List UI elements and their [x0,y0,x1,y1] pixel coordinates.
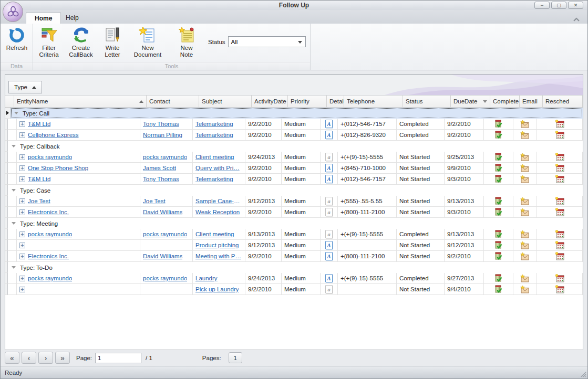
maximize-button[interactable]: ▢ [551,2,566,9]
complete-icon[interactable] [494,164,503,173]
group-row[interactable]: Type: Call [5,108,583,119]
contact-link[interactable]: pocks raymundo [143,231,187,237]
entity-link[interactable]: Cellphone Express [28,132,79,138]
first-page-button[interactable]: « [5,352,19,364]
resched-icon[interactable] [555,197,564,205]
column-header-email[interactable]: Email [520,96,543,107]
close-button[interactable]: ✕ [568,2,583,9]
entity-link[interactable]: T&M Ltd [28,121,50,127]
subject-link[interactable]: Product pitching [195,242,239,248]
email-icon[interactable] [520,230,529,238]
details-icon[interactable]: a [325,230,333,238]
contact-link[interactable]: pocks raymundo [143,275,187,281]
column-header-details[interactable]: Details [327,96,344,107]
group-row[interactable]: Type: Case [5,185,583,196]
create-callback-button[interactable]: Create CallBack [65,25,97,60]
refresh-button[interactable]: Refresh [2,25,32,53]
contact-link[interactable]: pocks raymundo [143,154,187,160]
contact-link[interactable]: David Williams [143,253,182,259]
resched-icon[interactable] [555,120,564,128]
email-icon[interactable] [520,275,529,282]
email-icon[interactable] [520,120,529,128]
expand-row-icon[interactable]: + [19,287,25,292]
details-icon[interactable]: A [325,131,333,139]
email-icon[interactable] [520,164,529,172]
status-filter-dropdown[interactable]: All [228,36,306,47]
email-icon[interactable] [520,286,529,293]
email-icon[interactable] [520,197,529,205]
details-icon[interactable]: A [325,164,333,172]
table-row[interactable]: + Product pitching 9/12/2013 Medium A No… [5,240,583,251]
expand-row-icon[interactable]: + [19,243,25,248]
expand-row-icon[interactable]: + [19,154,25,160]
table-row[interactable]: + pocks raymundo pocks raymundo Client m… [5,229,583,240]
table-row[interactable]: + T&M Ltd Tony Thomas Telemarketing 9/2/… [5,174,583,185]
subject-link[interactable]: Meeting with P… [195,253,241,259]
resched-icon[interactable] [555,175,564,183]
table-row[interactable]: + T&M Ltd Tony Thomas Telemarketing 9/2/… [5,119,583,130]
page-number-input[interactable] [95,353,141,363]
table-row[interactable]: + pocks raymundo pocks raymundo Client m… [5,152,583,163]
complete-icon[interactable] [494,197,503,206]
details-icon[interactable]: a [325,208,333,216]
column-header-priority[interactable]: Priority [288,96,327,107]
collapse-ribbon-icon[interactable] [573,17,580,22]
resize-grip[interactable] [580,371,586,377]
subject-link[interactable]: Sample Case-F… [195,198,242,204]
details-icon[interactable]: A [325,274,333,282]
complete-icon[interactable] [494,131,503,140]
expand-row-icon[interactable]: + [19,198,25,204]
subject-link[interactable]: Telemarketing [195,176,233,182]
resched-icon[interactable] [555,252,564,260]
contact-link[interactable]: James Scott [143,165,176,171]
page-1-button[interactable]: 1 [229,352,242,363]
column-header-contact[interactable]: Contact [147,96,199,107]
details-icon[interactable]: a [325,285,333,293]
column-header-status[interactable]: Status [403,96,451,107]
collapse-group-icon[interactable] [12,222,16,225]
collapse-group-icon[interactable] [12,189,16,192]
last-page-button[interactable]: » [55,352,70,364]
write-letter-button[interactable]: Write Letter [100,25,125,60]
column-header-complete[interactable]: Complete [490,96,520,107]
resched-icon[interactable] [555,131,564,139]
details-icon[interactable]: A [325,241,333,249]
table-row[interactable]: + Electronics Inc. David Williams Weak R… [5,207,583,218]
collapse-group-icon[interactable] [12,145,16,148]
complete-icon[interactable] [494,175,503,184]
contact-link[interactable]: David Williams [143,209,182,215]
entity-link[interactable]: One Stop Phone Shop [28,165,88,171]
email-icon[interactable] [520,131,529,139]
resched-icon[interactable] [555,230,564,238]
new-note-button[interactable]: New Note [171,25,202,60]
entity-link[interactable]: T&M Ltd [28,176,50,182]
expand-row-icon[interactable]: + [19,254,25,259]
expand-row-icon[interactable]: + [19,165,25,171]
contact-link[interactable]: Joe Test [143,198,166,204]
filter-criteria-button[interactable]: Filter Criteria [35,25,63,60]
subject-link[interactable]: Client meeting [195,231,234,237]
email-icon[interactable] [520,252,529,260]
subject-link[interactable]: Client meeting [195,154,234,160]
expand-row-icon[interactable]: + [19,121,25,127]
complete-icon[interactable] [494,274,503,283]
details-icon[interactable]: A [325,175,333,183]
tab-home[interactable]: Home [26,12,61,24]
expand-row-icon[interactable]: + [19,209,25,215]
expand-row-icon[interactable]: + [19,231,25,237]
group-by-panel[interactable]: Type [5,75,583,96]
email-icon[interactable] [520,175,529,183]
resched-icon[interactable] [555,164,564,172]
entity-link[interactable]: pocks raymundo [28,154,72,160]
previous-page-button[interactable]: ‹ [22,352,36,364]
table-row[interactable]: + Joe Test Joe Test Sample Case-F… 9/12/… [5,196,583,207]
subject-link[interactable]: Telemarketing [195,132,233,138]
column-header-activitydate[interactable]: ActivityDate [252,96,288,107]
table-row[interactable]: + pocks raymundo pocks raymundo Laundry … [5,273,583,284]
entity-link[interactable]: Joe Test [28,198,50,204]
email-icon[interactable] [520,241,529,249]
new-document-button[interactable]: New Document [127,25,169,60]
tab-help[interactable]: Help [57,12,87,24]
table-row[interactable]: + Cellphone Express Norman Pilling Telem… [5,130,583,141]
entity-link[interactable]: pocks raymundo [28,275,72,281]
